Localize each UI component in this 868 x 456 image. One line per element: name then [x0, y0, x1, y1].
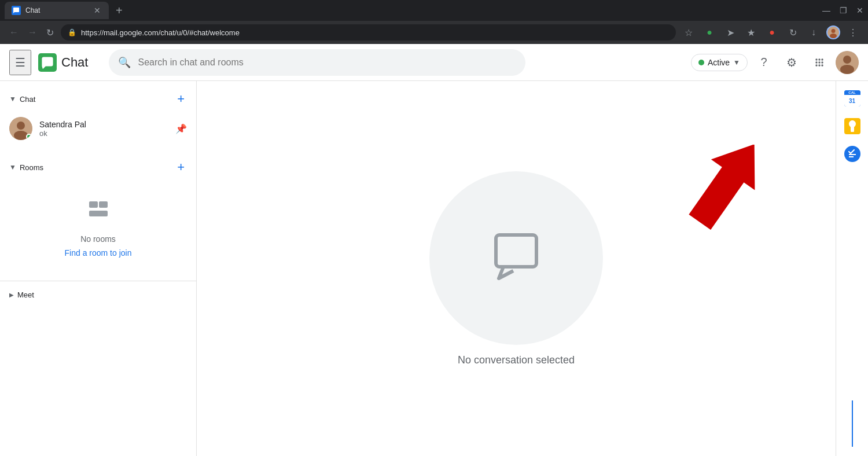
meet-chevron-icon: ▶: [9, 292, 14, 298]
svg-rect-10: [89, 201, 98, 208]
chat-item-satendra[interactable]: Satendra Pal ok 📌: [0, 112, 196, 145]
search-bar[interactable]: 🔍: [109, 49, 525, 76]
back-button[interactable]: ←: [7, 25, 21, 40]
app-header: ☰ Chat 🔍 Active ▼ ? ⚙: [0, 44, 868, 81]
new-chat-button[interactable]: +: [175, 90, 187, 108]
tab-close-button[interactable]: ✕: [93, 6, 102, 15]
rooms-section-label: Rooms: [20, 163, 43, 172]
svg-point-5: [843, 56, 851, 64]
forward-button[interactable]: →: [25, 25, 39, 40]
no-conversation-text: No conversation selected: [458, 354, 575, 366]
app-title-text: Chat: [61, 55, 88, 70]
gear-icon: ⚙: [786, 56, 797, 69]
address-bar-row: ← → ↻ 🔒 https://mail.google.com/chat/u/0…: [0, 21, 868, 44]
bookmark-button[interactable]: ☆: [681, 24, 697, 41]
new-room-button[interactable]: +: [175, 159, 187, 176]
new-tab-button[interactable]: +: [113, 4, 125, 17]
tasks-app-button[interactable]: [841, 142, 864, 166]
search-icon: 🔍: [118, 56, 131, 69]
browser-chrome: Chat ✕ + — ❐ ✕: [0, 0, 868, 21]
minimize-button[interactable]: —: [822, 6, 830, 15]
no-conversation-placeholder: No conversation selected: [429, 171, 603, 366]
red-arrow-annotation: [662, 127, 789, 280]
keep-app-button[interactable]: [841, 115, 864, 138]
header-right: Active ▼ ? ⚙: [691, 51, 859, 74]
chat-item-info: Satendra Pal ok: [39, 120, 168, 138]
apps-grid-button[interactable]: [808, 51, 831, 74]
meet-section-header[interactable]: ▶ Meet: [0, 286, 196, 304]
active-status-button[interactable]: Active ▼: [691, 54, 748, 71]
more-button[interactable]: ⋮: [845, 24, 861, 41]
close-window-button[interactable]: ✕: [856, 6, 863, 15]
placeholder-circle: [429, 171, 603, 345]
svg-point-2: [830, 34, 837, 38]
svg-rect-12: [89, 211, 108, 216]
url-text: https://mail.google.com/chat/u/0/#chat/w…: [81, 28, 240, 37]
browser-tab[interactable]: Chat ✕: [5, 2, 109, 19]
svg-rect-11: [99, 201, 108, 208]
svg-rect-13: [496, 235, 536, 267]
calendar-app-button[interactable]: CAL 31: [841, 87, 864, 110]
vertical-indicator-line: [852, 400, 853, 447]
rooms-section: ▼ Rooms + No rooms Find a room to join: [0, 149, 196, 281]
annotation-arrow: [662, 127, 789, 278]
chat-contact-name: Satendra Pal: [39, 120, 168, 129]
svg-point-6: [840, 65, 854, 74]
sidebar: ▼ Chat + Satendra Pal ok: [0, 81, 197, 456]
chat-logo-icon: [38, 53, 57, 72]
apps-icon: [814, 57, 825, 68]
conversation-bubble-icon: [487, 229, 545, 287]
chat-chevron-icon: ▼: [9, 95, 16, 103]
svg-point-8: [17, 122, 25, 130]
app-profile-avatar[interactable]: [836, 51, 859, 74]
send-button[interactable]: ➤: [722, 24, 738, 41]
maximize-button[interactable]: ❐: [840, 6, 847, 15]
reload-button[interactable]: ↻: [44, 25, 56, 41]
star-button[interactable]: ★: [743, 24, 759, 41]
no-rooms-text: No rooms: [80, 234, 116, 244]
sync-button[interactable]: ↻: [785, 24, 801, 41]
window-controls: — ❐ ✕: [822, 6, 863, 15]
lock-icon: 🔒: [68, 28, 76, 36]
meet-section-label: Meet: [17, 290, 34, 299]
active-status-dot: [698, 60, 704, 65]
browser-profile-avatar[interactable]: [826, 25, 840, 39]
rooms-grid-icon: [87, 199, 110, 227]
download-button[interactable]: ↓: [806, 24, 822, 41]
svg-marker-15: [675, 127, 779, 240]
online-status-dot: [26, 134, 32, 139]
hamburger-button[interactable]: ☰: [9, 50, 31, 75]
no-rooms-placeholder: No rooms Find a room to join: [0, 181, 196, 276]
meet-section: ▶ Meet: [0, 281, 196, 308]
search-input[interactable]: [138, 57, 516, 68]
user-avatar-image: [836, 51, 859, 74]
chevron-down-icon: ▼: [733, 58, 740, 67]
right-sidebar: CAL 31: [836, 81, 868, 456]
tab-title: Chat: [25, 6, 40, 14]
main-content-area: No conversation selected: [197, 81, 836, 456]
pin-icon: 📌: [175, 123, 187, 134]
settings-button[interactable]: ⚙: [780, 51, 803, 74]
chat-section-toggle[interactable]: ▼ Chat: [9, 95, 35, 104]
chat-section-header[interactable]: ▼ Chat +: [0, 86, 196, 112]
satendra-avatar: [9, 117, 32, 140]
rooms-section-header[interactable]: ▼ Rooms +: [0, 154, 196, 181]
tab-favicon: [12, 6, 21, 15]
main-layout: ▼ Chat + Satendra Pal ok: [0, 81, 868, 456]
app-logo: Chat: [38, 53, 88, 72]
shield-button[interactable]: ●: [701, 24, 718, 41]
address-bar[interactable]: 🔒 https://mail.google.com/chat/u/0/#chat…: [61, 24, 676, 41]
svg-rect-16: [851, 131, 854, 132]
rooms-section-toggle[interactable]: ▼ Rooms: [9, 163, 43, 172]
rooms-chevron-icon: ▼: [9, 163, 16, 171]
keep-icon: [844, 118, 860, 134]
help-button[interactable]: ?: [752, 51, 775, 74]
help-icon: ?: [760, 56, 767, 69]
extension-button[interactable]: ●: [764, 24, 780, 41]
chat-section: ▼ Chat + Satendra Pal ok: [0, 81, 196, 149]
find-room-link[interactable]: Find a room to join: [65, 248, 132, 258]
chat-preview-text: ok: [39, 129, 168, 138]
tasks-icon: [844, 146, 860, 162]
active-label: Active: [708, 58, 730, 67]
calendar-icon: CAL 31: [844, 90, 860, 106]
